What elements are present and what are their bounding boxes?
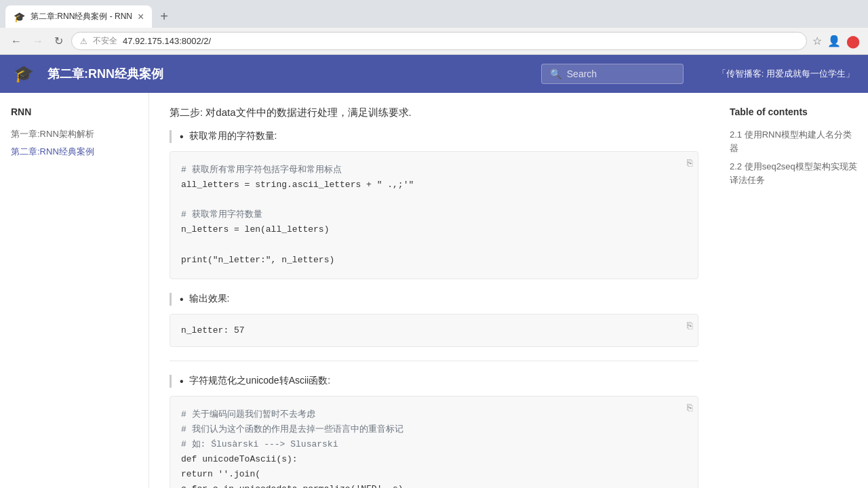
insecure-label: 不安全 <box>93 35 117 47</box>
security-icon: ⚠ <box>80 37 87 46</box>
normalize-block: 字符规范化之unicode转Ascii函数: <box>170 375 698 388</box>
copy-code2-button[interactable]: ⎘ <box>687 402 692 413</box>
extensions-button[interactable]: ⬤ <box>846 34 860 49</box>
code1-line7: print("n_letter:", n_letters) <box>181 253 687 268</box>
get-chars-bullet: 获取常用的字符数量: <box>180 130 277 143</box>
output-bullet: 输出效果: <box>180 293 230 306</box>
code2-line1: # 关于编码问题我们暂时不去考虑 <box>181 407 687 422</box>
step2-label: 第二步: 对data文件中的数据进行处理，满足训练要求. <box>170 106 698 119</box>
sidebar: RNN 第一章:RNN架构解析 第二章:RNN经典案例 <box>0 93 149 488</box>
address-text: 47.92.175.143:8002/2/ <box>123 36 798 46</box>
toc-item-1[interactable]: 2.1 使用RNN模型构建人名分类器 <box>730 125 857 157</box>
app-logo: 🎓 <box>14 64 34 83</box>
address-input[interactable]: ⚠ 不安全 47.92.175.143:8002/2/ <box>71 32 807 50</box>
back-button[interactable]: ← <box>8 33 24 50</box>
code2-line4: def unicodeToAscii(s): <box>181 452 687 467</box>
code1-line3 <box>181 192 687 207</box>
code1-line2: all_letters = string.ascii_letters + " .… <box>181 178 687 192</box>
code1-line5: n_letters = len(all_letters) <box>181 222 687 237</box>
refresh-button[interactable]: ↻ <box>52 32 66 50</box>
app-title: 第二章:RNN经典案例 <box>47 66 163 82</box>
get-chars-block: 获取常用的字符数量: <box>170 130 698 143</box>
main-content: 第二步: 对data文件中的数据进行处理，满足训练要求. 获取常用的字符数量: … <box>149 93 719 488</box>
search-box[interactable]: 🔍 Search <box>541 64 684 84</box>
address-bar: ← → ↻ ⚠ 不安全 47.92.175.143:8002/2/ ☆ 👤 ⬤ <box>0 28 868 54</box>
code1-line1: # 获取所有常用字符包括字母和常用标点 <box>181 163 687 178</box>
code2-line5: return ''.join( <box>181 467 687 482</box>
section-divider <box>170 361 698 361</box>
tab-close-button[interactable]: × <box>138 12 144 22</box>
sidebar-section-title: RNN <box>11 106 138 117</box>
toc-panel: Table of contents 2.1 使用RNN模型构建人名分类器 2.2… <box>719 93 868 488</box>
browser-chrome: 🎓 第二章:RNN经典案例 - RNN × + ← → ↻ ⚠ 不安全 47.9… <box>0 0 868 55</box>
code1-line4: # 获取常用字符数量 <box>181 207 687 222</box>
new-tab-button[interactable]: + <box>155 6 174 27</box>
tab-favicon: 🎓 <box>14 12 25 22</box>
output-block: 输出效果: <box>170 293 698 306</box>
code2-line6: c for c in unicodedata.normalize('NFD', … <box>181 482 687 488</box>
forward-button[interactable]: → <box>30 33 46 50</box>
page-layout: RNN 第一章:RNN架构解析 第二章:RNN经典案例 第二步: 对data文件… <box>0 93 868 488</box>
code2-line3: # 如: Ślusàrski ---> Slusarski <box>181 437 687 452</box>
output-value-block: ⎘ n_letter: 57 <box>170 314 698 347</box>
bookmark-button[interactable]: ☆ <box>812 35 822 47</box>
toc-title: Table of contents <box>730 106 857 117</box>
user-text: 「传智播客: 用爱成就每一位学生」 <box>717 68 854 80</box>
toc-item-2[interactable]: 2.2 使用seq2seq模型架构实现英译法任务 <box>730 157 857 189</box>
browser-actions: ☆ 👤 ⬤ <box>812 34 860 49</box>
search-icon: 🔍 <box>550 68 561 79</box>
app-navbar: 🎓 第二章:RNN经典案例 🔍 Search 「传智播客: 用爱成就每一位学生」 <box>0 55 868 93</box>
code-block-2: ⎘ # 关于编码问题我们暂时不去考虑 # 我们认为这个函数的作用是去掉一些语言中… <box>170 396 698 488</box>
copy-output-button[interactable]: ⎘ <box>687 320 692 331</box>
tab-title: 第二章:RNN经典案例 - RNN <box>31 11 132 22</box>
normalize-bullet: 字符规范化之unicode转Ascii函数: <box>180 375 330 388</box>
code-block-1: ⎘ # 获取所有常用字符包括字母和常用标点 all_letters = stri… <box>170 151 698 279</box>
tab-bar: 🎓 第二章:RNN经典案例 - RNN × + <box>0 0 868 28</box>
sidebar-item-chapter1[interactable]: 第一章:RNN架构解析 <box>11 125 138 143</box>
sidebar-item-chapter2[interactable]: 第二章:RNN经典案例 <box>11 143 138 161</box>
copy-code1-button[interactable]: ⎘ <box>687 157 692 168</box>
active-tab[interactable]: 🎓 第二章:RNN经典案例 - RNN × <box>5 5 152 28</box>
account-button[interactable]: 👤 <box>827 35 841 47</box>
code1-line6 <box>181 237 687 252</box>
code2-line2: # 我们认为这个函数的作用是去掉一些语言中的重音标记 <box>181 422 687 437</box>
output-value: n_letter: 57 <box>181 325 687 336</box>
search-placeholder: Search <box>567 68 597 79</box>
